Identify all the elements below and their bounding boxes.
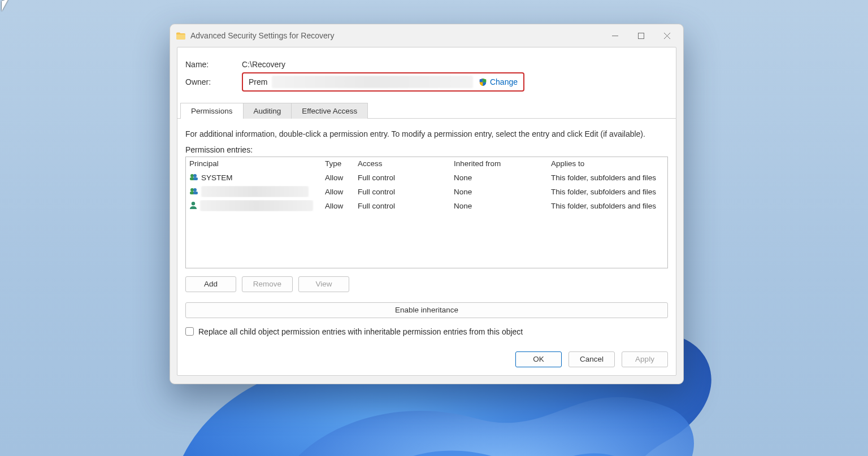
ok-button[interactable]: OK [515, 351, 562, 367]
col-principal[interactable]: Principal [186, 159, 322, 168]
info-text: For additional information, double-click… [185, 129, 668, 140]
name-value: C:\Recovery [242, 60, 285, 69]
cell-type: Allow [322, 188, 354, 196]
table-row[interactable]: AllowFull controlNoneThis folder, subfol… [186, 185, 667, 199]
cell-inherited: None [450, 173, 548, 182]
owner-label: Owner: [185, 77, 242, 86]
user-icon [189, 201, 197, 211]
svg-rect-9 [193, 192, 198, 194]
uac-shield-icon [479, 78, 487, 86]
cell-inherited: None [450, 188, 548, 196]
cell-type: Allow [322, 173, 354, 182]
cell-inherited: None [450, 202, 548, 210]
maximize-button[interactable] [628, 27, 654, 45]
user-group-icon [189, 173, 198, 183]
close-button[interactable] [654, 27, 680, 45]
cell-applies: This folder, subfolders and files [548, 173, 667, 182]
cell-access: Full control [354, 202, 450, 210]
tab-strip: Permissions Auditing Effective Access [177, 101, 676, 119]
cell-type: Allow [322, 202, 354, 210]
name-label: Name: [185, 60, 242, 69]
svg-point-7 [193, 188, 197, 192]
advanced-security-window: Advanced Security Settings for Recovery … [170, 24, 684, 384]
titlebar[interactable]: Advanced Security Settings for Recovery [170, 24, 683, 47]
svg-point-10 [192, 202, 195, 205]
cell-access: Full control [354, 188, 450, 196]
table-row[interactable]: AllowFull controlNoneThis folder, subfol… [186, 199, 667, 213]
svg-rect-1 [638, 33, 644, 38]
owner-field-highlight: Prem [242, 72, 524, 92]
minimize-button[interactable] [602, 27, 628, 45]
apply-button[interactable]: Apply [622, 351, 668, 367]
change-owner-link[interactable]: Change [490, 77, 518, 86]
mouse-cursor-icon [2, 0, 8, 11]
col-type[interactable]: Type [322, 159, 354, 168]
owner-redacted [272, 76, 473, 88]
principal-name: SYSTEM [201, 173, 233, 182]
grid-header: Principal Type Access Inherited from App… [186, 157, 667, 171]
enable-inheritance-button[interactable]: Enable inheritance [185, 302, 668, 318]
col-inherited[interactable]: Inherited from [450, 159, 548, 168]
col-applies[interactable]: Applies to [548, 159, 667, 168]
table-row[interactable]: SYSTEMAllowFull controlNoneThis folder, … [186, 171, 667, 185]
cell-applies: This folder, subfolders and files [548, 202, 667, 210]
view-button[interactable]: View [298, 276, 349, 292]
add-button[interactable]: Add [185, 276, 236, 292]
svg-point-3 [193, 174, 197, 177]
permission-entries-grid[interactable]: Principal Type Access Inherited from App… [185, 157, 668, 268]
folder-icon [176, 32, 186, 40]
svg-rect-0 [612, 36, 618, 36]
cell-access: Full control [354, 173, 450, 182]
principal-redacted [200, 200, 313, 211]
tab-effective-access[interactable]: Effective Access [292, 103, 368, 119]
owner-value: Prem [249, 77, 267, 86]
cell-applies: This folder, subfolders and files [548, 188, 667, 196]
cancel-button[interactable]: Cancel [568, 351, 615, 367]
principal-redacted [201, 186, 309, 197]
svg-rect-5 [193, 177, 198, 180]
tab-auditing[interactable]: Auditing [244, 103, 292, 119]
user-group-icon [189, 187, 198, 197]
permission-entries-label: Permission entries: [185, 145, 668, 154]
col-access[interactable]: Access [354, 159, 450, 168]
remove-button[interactable]: Remove [242, 276, 293, 292]
tab-permissions[interactable]: Permissions [180, 103, 244, 119]
window-title: Advanced Security Settings for Recovery [190, 31, 334, 40]
replace-children-label[interactable]: Replace all child object permission entr… [198, 327, 523, 336]
replace-children-checkbox[interactable] [185, 327, 194, 336]
